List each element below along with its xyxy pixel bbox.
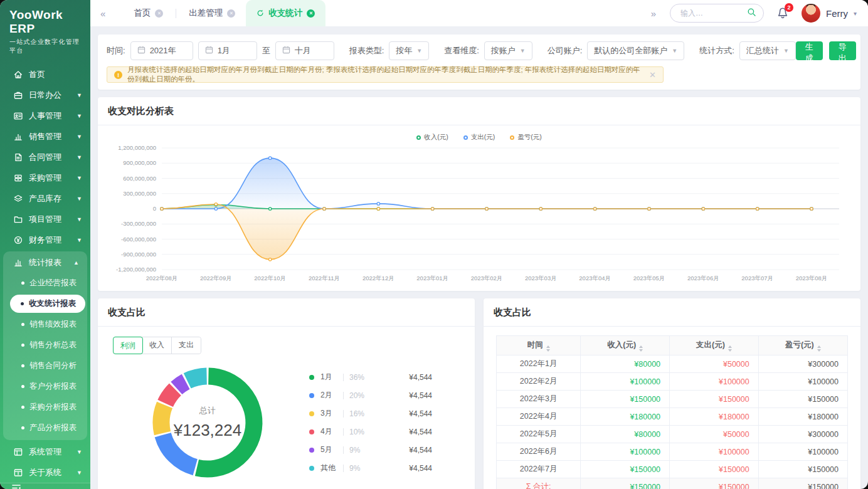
svg-text:2023年02月: 2023年02月 [471,275,503,281]
sort-icon[interactable] [728,345,732,352]
year-picker[interactable]: 2021年 [130,41,193,60]
user-menu[interactable]: Ferry ▾ [802,4,857,23]
sidebar-item-sales[interactable]: 销售管理▼ [0,126,90,147]
sidebar-subitem[interactable]: 销售绩效报表 [3,314,87,335]
sidebar-subitem[interactable]: 采购分析报表 [3,397,87,418]
notification-bell[interactable]: 2 [776,7,789,20]
open-tabs: 首页×出差管理×收支统计× [123,0,326,26]
donut-legend-item[interactable]: 5月9%¥4,544 [309,441,432,459]
close-icon[interactable]: × [155,9,163,18]
income-expense-chart-canvas[interactable]: 1,200,000,000900,000,000600,000,000300,0… [98,142,860,291]
legend-item[interactable]: 盈亏(元) [510,133,542,142]
sidebar-item-stats[interactable]: 统计报表▲ [3,252,87,273]
income-expense-table: 时间收入(元)支出(元)盈亏(元)2022年1月¥80000¥50000¥300… [496,335,848,489]
svg-text:-1,200,000,000: -1,200,000,000 [116,266,156,273]
report-type-select[interactable]: 按年 ▼ [389,41,429,60]
table-row[interactable]: 2022年5月¥80000¥50000¥300000 [497,426,848,443]
search-input[interactable] [679,8,747,18]
search-icon[interactable] [747,8,756,19]
column-header[interactable]: 支出(元) [670,336,759,355]
segment-value: ¥4,544 [409,428,432,436]
sort-icon[interactable] [546,345,550,352]
column-header[interactable]: 时间 [497,336,581,355]
sidebar-subitem-label: 销售绩效报表 [29,319,77,330]
segment-percent: 16% [349,409,373,418]
donut-legend-item[interactable]: 其他9%¥4,544 [309,459,432,477]
table-row[interactable]: 2022年2月¥100000¥100000¥100000 [497,373,848,391]
chevron-down-icon: ▼ [77,134,82,140]
sidebar-subitem[interactable]: 销售合同分析 [3,355,87,376]
table-cell: ¥100000 [581,443,670,461]
dimension-value: 按账户 [491,45,516,56]
account-select[interactable]: 默认的公司全部账户 ▼ [587,41,684,60]
close-icon[interactable]: × [227,9,235,18]
sidebar-item-purchase[interactable]: 采购管理▼ [0,167,90,188]
close-icon[interactable]: ✕ [649,70,656,80]
table-row[interactable]: 2022年7月¥150000¥150000¥150000 [497,461,848,478]
legend-item[interactable]: 支出(元) [463,133,495,142]
dimension-select[interactable]: 按账户 ▼ [484,41,532,60]
donut-tab-item[interactable]: 支出 [172,337,201,354]
donut-legend-item[interactable]: 4月10%¥4,544 [309,423,432,441]
tabs-scroll-right-icon[interactable]: » [650,8,657,19]
tab-2[interactable]: 出差管理× [178,0,246,26]
sidebar-subitem[interactable]: 企业经营报表 [3,273,87,293]
table-cell: ¥300000 [758,355,847,373]
close-icon[interactable]: × [307,9,315,18]
sort-icon[interactable] [817,345,821,352]
sidebar-item-system[interactable]: 系统管理▼ [0,441,90,462]
column-header[interactable]: 收入(元) [581,336,670,355]
collapse-sidebar-button[interactable] [0,483,90,489]
sidebar-subitem[interactable]: 收支统计报表 [10,295,85,313]
table-row[interactable]: 2022年1月¥80000¥50000¥300000 [497,355,848,373]
donut-chart-canvas[interactable]: 总计 ¥123,224 [149,364,266,481]
area-chart-svg: 1,200,000,000900,000,000600,000,000300,0… [108,142,850,286]
legend-dot-icon [510,135,514,140]
sidebar-item-about[interactable]: 关于系统▼ [0,462,90,483]
sidebar-subitem[interactable]: 产品分析报表 [3,418,87,438]
export-report-button[interactable]: 导出报表 [829,41,856,60]
donut-tab-active[interactable]: 利润 [113,337,143,354]
legend-dot-icon [309,429,314,434]
segment-label: 1月 [320,372,341,382]
month-from-picker[interactable]: 1月 [198,41,257,60]
table-cell: ¥100000 [758,443,847,461]
segment-label: 3月 [320,408,341,419]
legend-item[interactable]: 收入(元) [416,133,448,142]
tab-1[interactable]: 首页× [123,0,174,26]
donut-legend-item[interactable]: 3月16%¥4,544 [309,404,432,423]
table-cell: ¥150000 [758,391,847,408]
sidebar-item-label: 日常办公 [29,90,77,101]
sort-icon[interactable] [639,345,643,352]
svg-text:-300,000,000: -300,000,000 [121,220,156,227]
sidebar-item-inventory[interactable]: 产品库存▼ [0,188,90,209]
brand-title: YooWork ERP [9,8,84,36]
sidebar-item-hr[interactable]: 人事管理▼ [0,105,90,126]
bullet-icon [21,323,24,326]
sidebar-item-finance[interactable]: 财务管理▼ [0,229,90,250]
donut-legend-item[interactable]: 1月36%¥4,544 [309,368,432,386]
month-to-picker[interactable]: 十月 [275,41,334,60]
sidebar-item-label: 销售管理 [29,131,77,142]
table-row[interactable]: 2022年6月¥100000¥100000¥100000 [497,443,848,461]
sidebar-subitem[interactable]: 销售分析总表 [3,335,87,355]
column-header[interactable]: 盈亏(元) [758,336,847,355]
sidebar-item-contract[interactable]: 合同管理▼ [0,147,90,167]
table-row[interactable]: 2022年4月¥180000¥180000¥180000 [497,408,848,426]
sidebar-subitem[interactable]: 客户分析报表 [3,376,87,397]
svg-text:1,200,000,000: 1,200,000,000 [118,144,156,151]
table-row[interactable]: 2022年3月¥150000¥150000¥150000 [497,391,848,408]
sidebar-item-project[interactable]: 项目管理▼ [0,209,90,229]
generate-report-button[interactable]: 生成报表 [796,41,823,60]
tabs-scroll-left-icon[interactable]: « [99,8,107,19]
sidebar-item-home[interactable]: 首页 [0,64,90,85]
table-cell: ¥100000 [670,373,759,391]
sidebar-item-office[interactable]: 日常办公▼ [0,85,90,105]
report-type-value: 按年 [396,45,412,56]
donut-tab-item[interactable]: 收入 [142,337,172,354]
stat-mode-select[interactable]: 汇总统计 ▼ [739,41,796,60]
svg-text:2022年09月: 2022年09月 [200,275,232,281]
hr-icon [13,111,23,121]
tab-3[interactable]: 收支统计× [246,0,326,26]
donut-legend-item[interactable]: 2月20%¥4,544 [309,386,432,404]
